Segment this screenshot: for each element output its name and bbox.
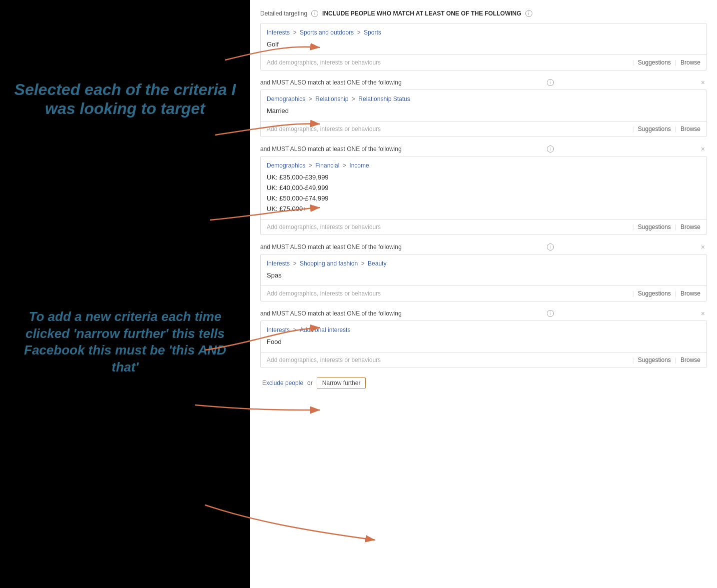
and-block-2-wrapper: and MUST ALSO match at least ONE of the … — [260, 74, 707, 137]
and-block-4-wrapper: and MUST ALSO match at least ONE of the … — [260, 239, 707, 302]
breadcrumb-row-5: Interests > Additional interests — [267, 326, 700, 334]
and-info-icon-4[interactable]: i — [547, 244, 554, 250]
browse-btn-3[interactable]: Browse — [680, 224, 700, 230]
and-block-header-3: and MUST ALSO match at least ONE of the … — [260, 141, 707, 156]
and-block-3-wrapper: and MUST ALSO match at least ONE of the … — [260, 141, 707, 235]
tag-food: Food — [267, 336, 700, 347]
input-row-1: Add demographics, interests or behaviour… — [261, 54, 706, 70]
targeting-block-1-inner: Interests > Sports and outdoors > Sports… — [261, 24, 706, 54]
and-label-2: and MUST ALSO match at least ONE of the … — [260, 79, 402, 86]
browse-btn-2[interactable]: Browse — [680, 126, 700, 132]
annotation-selected: Selected each of the criteria I was look… — [10, 80, 240, 118]
breadcrumb-row-2: Demographics > Relationship > Relationsh… — [267, 95, 700, 102]
and-label-5: and MUST ALSO match at least ONE of the … — [260, 310, 402, 317]
suggestions-btn-4[interactable]: Suggestions — [638, 290, 671, 297]
breadcrumb-demographics-2[interactable]: Demographics — [267, 96, 305, 102]
breadcrumb-financial[interactable]: Financial — [315, 162, 339, 169]
targeting-block-3-inner: Demographics > Financial > Income UK: £3… — [261, 156, 706, 219]
main-container: Selected each of the criteria I was look… — [0, 0, 717, 588]
targeting-block-5-inner: Interests > Additional interests Food — [261, 321, 706, 352]
breadcrumb-beauty[interactable]: Beauty — [368, 260, 386, 267]
suggestions-btn-5[interactable]: Suggestions — [638, 356, 671, 364]
breadcrumb-additional-interests[interactable]: Additional interests — [300, 326, 350, 334]
and-info-icon-5[interactable]: i — [547, 310, 554, 317]
suggestions-btn-3[interactable]: Suggestions — [638, 224, 671, 230]
and-label-4: and MUST ALSO match at least ONE of the … — [260, 244, 402, 250]
or-text: or — [307, 380, 313, 386]
input-row-2: Add demographics, interests or behaviour… — [261, 121, 706, 136]
detailed-targeting-header: Detailed targeting i INCLUDE people who … — [260, 10, 707, 17]
tag-spas: Spas — [267, 270, 700, 280]
input-placeholder-1[interactable]: Add demographics, interests or behaviour… — [267, 59, 628, 66]
detailed-targeting-label: Detailed targeting — [260, 10, 307, 17]
and-block-header-4: and MUST ALSO match at least ONE of the … — [260, 239, 707, 254]
close-btn-3[interactable]: × — [699, 145, 707, 153]
input-placeholder-4[interactable]: Add demographics, interests or behaviour… — [267, 290, 628, 297]
and-block-header-5: and MUST ALSO match at least ONE of the … — [260, 306, 707, 320]
breadcrumb-sports[interactable]: Sports — [364, 29, 381, 36]
breadcrumb-income[interactable]: Income — [349, 162, 369, 169]
breadcrumb-shopping-fashion[interactable]: Shopping and fashion — [300, 260, 358, 267]
breadcrumb-interests-1[interactable]: Interests — [267, 29, 290, 36]
narrow-further-button[interactable]: Narrow further — [317, 377, 366, 389]
tag-married: Married — [267, 106, 700, 116]
tag-golf: Golf — [267, 39, 700, 50]
breadcrumb-row-4: Interests > Shopping and fashion > Beaut… — [267, 260, 700, 267]
targeting-block-5: Interests > Additional interests Food Ad… — [260, 320, 707, 368]
breadcrumb-interests-5[interactable]: Interests — [267, 326, 290, 334]
detailed-targeting-info-icon[interactable]: i — [311, 10, 318, 17]
breadcrumb-sports-outdoors[interactable]: Sports and outdoors — [300, 29, 354, 36]
annotation-narrow: To add a new criteria each time clicked … — [10, 308, 240, 376]
tag-income-35: UK: £35,000-£39,999 — [267, 172, 700, 182]
browse-btn-5[interactable]: Browse — [680, 356, 700, 364]
close-btn-4[interactable]: × — [699, 243, 707, 251]
close-btn-2[interactable]: × — [699, 78, 707, 86]
browse-btn-1[interactable]: Browse — [680, 59, 700, 66]
breadcrumb-relationship[interactable]: Relationship — [315, 96, 348, 102]
browse-btn-4[interactable]: Browse — [680, 290, 700, 297]
bottom-actions: Exclude people or Narrow further — [260, 372, 707, 389]
targeting-block-2-inner: Demographics > Relationship > Relationsh… — [261, 90, 706, 121]
left-panel: Selected each of the criteria I was look… — [0, 0, 250, 588]
breadcrumb-row-1: Interests > Sports and outdoors > Sports — [267, 28, 700, 36]
close-btn-5[interactable]: × — [699, 310, 707, 318]
suggestions-btn-1[interactable]: Suggestions — [638, 59, 671, 66]
and-info-icon-3[interactable]: i — [547, 146, 554, 152]
input-row-5: Add demographics, interests or behaviour… — [261, 352, 706, 368]
exclude-people-link[interactable]: Exclude people — [262, 380, 303, 386]
suggestions-btn-2[interactable]: Suggestions — [638, 126, 671, 132]
targeting-block-3: Demographics > Financial > Income UK: £3… — [260, 156, 707, 235]
and-label-3: and MUST ALSO match at least ONE of the … — [260, 146, 402, 152]
breadcrumb-interests-4[interactable]: Interests — [267, 260, 290, 267]
include-info-icon[interactable]: i — [525, 10, 532, 17]
input-row-3: Add demographics, interests or behaviour… — [261, 219, 706, 234]
include-label: INCLUDE people who match at least ONE of… — [322, 10, 521, 17]
and-info-icon-2[interactable]: i — [547, 79, 554, 86]
tag-income-75: UK: £75,000+ — [267, 204, 700, 214]
breadcrumb-row-3: Demographics > Financial > Income — [267, 162, 700, 169]
right-panel: Detailed targeting i INCLUDE people who … — [250, 0, 717, 588]
and-block-header-2: and MUST ALSO match at least ONE of the … — [260, 74, 707, 90]
input-placeholder-3[interactable]: Add demographics, interests or behaviour… — [267, 224, 628, 230]
breadcrumb-demographics-3[interactable]: Demographics — [267, 162, 305, 169]
input-row-4: Add demographics, interests or behaviour… — [261, 286, 706, 301]
and-block-5-wrapper: and MUST ALSO match at least ONE of the … — [260, 306, 707, 368]
input-placeholder-5[interactable]: Add demographics, interests or behaviour… — [267, 356, 628, 364]
breadcrumb-relationship-status[interactable]: Relationship Status — [358, 96, 410, 102]
input-placeholder-2[interactable]: Add demographics, interests or behaviour… — [267, 126, 628, 132]
targeting-block-2: Demographics > Relationship > Relationsh… — [260, 90, 707, 137]
targeting-block-1: Interests > Sports and outdoors > Sports… — [260, 23, 707, 70]
targeting-block-4-inner: Interests > Shopping and fashion > Beaut… — [261, 254, 706, 286]
tag-income-50: UK: £50,000-£74,999 — [267, 193, 700, 204]
targeting-block-4: Interests > Shopping and fashion > Beaut… — [260, 254, 707, 302]
tag-income-40: UK: £40,000-£49,999 — [267, 182, 700, 193]
